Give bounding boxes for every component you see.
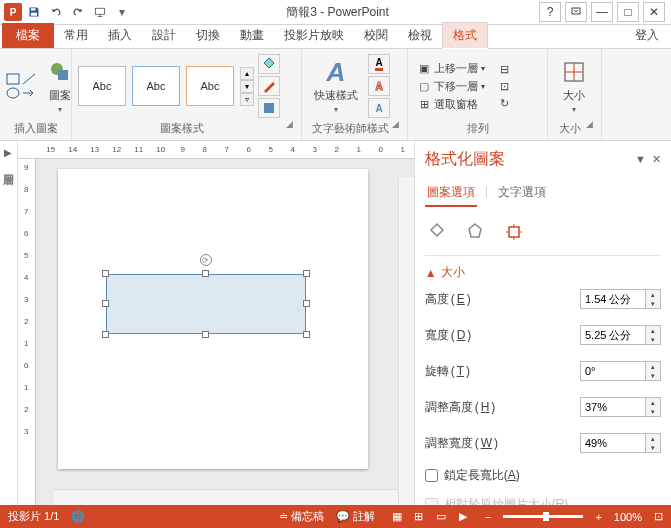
tab-design[interactable]: 設計 xyxy=(142,23,186,48)
notes-button[interactable]: ≐ 備忘稿 xyxy=(279,509,324,524)
wordart-launcher[interactable]: ◢ xyxy=(392,119,401,136)
tab-home[interactable]: 常用 xyxy=(54,23,98,48)
text-outline-button[interactable]: A xyxy=(368,76,390,96)
tab-review[interactable]: 校閱 xyxy=(354,23,398,48)
normal-view-button[interactable]: ▦ xyxy=(387,509,407,525)
shape-outline-button[interactable] xyxy=(258,76,280,96)
view-buttons: ▦ ⊞ ▭ ▶ xyxy=(387,509,473,525)
redo-button[interactable] xyxy=(68,2,88,22)
shape-styles-launcher[interactable]: ◢ xyxy=(286,119,295,136)
tab-format[interactable]: 格式 xyxy=(442,22,488,49)
scale-height-input[interactable]: ▴▾ xyxy=(580,397,661,417)
slide[interactable]: ⟳ xyxy=(58,169,368,469)
rotation-handle[interactable]: ⟳ xyxy=(200,254,212,266)
zoom-out-button[interactable]: − xyxy=(485,511,491,523)
rectangle-shape[interactable] xyxy=(106,274,306,334)
shape-arrow-icon[interactable] xyxy=(22,87,36,99)
horizontal-scrollbar[interactable] xyxy=(54,489,398,505)
size-properties-icon[interactable] xyxy=(503,221,523,241)
spin-down[interactable]: ▾ xyxy=(646,299,660,308)
save-button[interactable] xyxy=(24,2,44,22)
style-sample-2[interactable]: Abc xyxy=(132,66,180,106)
shape-rect-icon[interactable] xyxy=(6,73,20,85)
zoom-in-button[interactable]: + xyxy=(595,511,601,523)
ribbon-options-button[interactable] xyxy=(565,2,587,22)
align-button[interactable]: ⊟ xyxy=(494,61,514,77)
quick-styles-button[interactable]: A 快速樣式 ▾ xyxy=(308,56,364,116)
width-input[interactable]: ▴▾ xyxy=(580,325,661,345)
selected-shape[interactable]: ⟳ xyxy=(106,274,306,334)
size-button[interactable]: 大小 ▾ xyxy=(554,56,594,116)
resize-handle-se[interactable] xyxy=(303,331,310,338)
comments-button[interactable]: 💬 註解 xyxy=(336,509,375,524)
size-section-header[interactable]: ▲大小 xyxy=(425,264,661,281)
vertical-scrollbar[interactable] xyxy=(398,177,414,505)
style-sample-1[interactable]: Abc xyxy=(78,66,126,106)
slide-counter[interactable]: 投影片 1/1 xyxy=(8,509,59,524)
close-button[interactable]: ✕ xyxy=(643,2,665,22)
maximize-button[interactable]: □ xyxy=(617,2,639,22)
text-fill-button[interactable]: A xyxy=(368,54,390,74)
gallery-more-button[interactable]: ▿ xyxy=(240,93,254,106)
scale-width-input[interactable]: ▴▾ xyxy=(580,433,661,453)
effects-icon[interactable] xyxy=(465,221,485,241)
language-button[interactable]: 🌐 xyxy=(71,510,85,523)
shape-fill-button[interactable] xyxy=(258,54,280,74)
scale-width-label: 調整寬度(W) xyxy=(425,435,498,452)
resize-handle-ne[interactable] xyxy=(303,270,310,277)
svg-rect-3 xyxy=(572,8,580,14)
shape-line-icon[interactable] xyxy=(22,73,36,85)
shape-style-gallery[interactable]: Abc Abc Abc xyxy=(78,66,234,106)
resize-handle-n[interactable] xyxy=(202,270,209,277)
gallery-up-button[interactable]: ▴ xyxy=(240,67,254,80)
send-backward-button[interactable]: ▢下移一層 ▾ xyxy=(414,78,488,95)
size-launcher[interactable]: ◢ xyxy=(586,119,595,136)
zoom-slider[interactable] xyxy=(503,515,583,518)
shape-options-tab[interactable]: 圖案選項 xyxy=(425,180,477,207)
svg-rect-2 xyxy=(96,8,105,14)
gallery-down-button[interactable]: ▾ xyxy=(240,80,254,93)
rotate-button[interactable]: ↻ xyxy=(494,95,514,111)
selection-pane-button[interactable]: ⊞選取窗格 xyxy=(414,96,488,113)
lock-aspect-checkbox[interactable]: 鎖定長寬比(A) xyxy=(425,467,661,484)
slideshow-view-button[interactable]: ▶ xyxy=(453,509,473,525)
help-button[interactable]: ? xyxy=(539,2,561,22)
expand-thumbnails-icon[interactable]: ▶ xyxy=(4,147,12,158)
tab-view[interactable]: 檢視 xyxy=(398,23,442,48)
start-slideshow-button[interactable] xyxy=(90,2,110,22)
height-input[interactable]: ▴▾ xyxy=(580,289,661,309)
text-effects-button[interactable]: A xyxy=(368,98,390,118)
text-options-tab[interactable]: 文字選項 xyxy=(496,180,548,207)
tab-slideshow[interactable]: 投影片放映 xyxy=(274,23,354,48)
thumbnails-collapsed[interactable]: ▶ 圖層 xyxy=(0,141,18,505)
fill-line-icon[interactable] xyxy=(427,221,447,241)
reading-view-button[interactable]: ▭ xyxy=(431,509,451,525)
shape-oval-icon[interactable] xyxy=(6,87,20,99)
pane-close-button[interactable]: ✕ xyxy=(652,153,661,166)
rotation-input[interactable]: ▴▾ xyxy=(580,361,661,381)
slide-canvas[interactable]: ⟳ xyxy=(36,159,414,505)
shape-effects-button[interactable] xyxy=(258,98,280,118)
tab-animations[interactable]: 動畫 xyxy=(230,23,274,48)
undo-button[interactable] xyxy=(46,2,66,22)
zoom-level[interactable]: 100% xyxy=(614,511,642,523)
qat-customize-button[interactable]: ▾ xyxy=(112,2,132,22)
fit-window-button[interactable]: ⊡ xyxy=(654,510,663,523)
sign-in-link[interactable]: 登入 xyxy=(625,23,669,48)
group-button[interactable]: ⊡ xyxy=(494,78,514,94)
resize-handle-w[interactable] xyxy=(102,300,109,307)
sorter-view-button[interactable]: ⊞ xyxy=(409,509,429,525)
bring-forward-button[interactable]: ▣上移一層 ▾ xyxy=(414,60,488,77)
pane-dropdown-button[interactable]: ▼ xyxy=(635,153,646,166)
file-tab[interactable]: 檔案 xyxy=(2,23,54,48)
width-label: 寬度(D) xyxy=(425,327,472,344)
resize-handle-sw[interactable] xyxy=(102,331,109,338)
tab-transitions[interactable]: 切換 xyxy=(186,23,230,48)
resize-handle-nw[interactable] xyxy=(102,270,109,277)
spin-up[interactable]: ▴ xyxy=(646,290,660,299)
style-sample-3[interactable]: Abc xyxy=(186,66,234,106)
resize-handle-e[interactable] xyxy=(303,300,310,307)
minimize-button[interactable]: — xyxy=(591,2,613,22)
tab-insert[interactable]: 插入 xyxy=(98,23,142,48)
resize-handle-s[interactable] xyxy=(202,331,209,338)
